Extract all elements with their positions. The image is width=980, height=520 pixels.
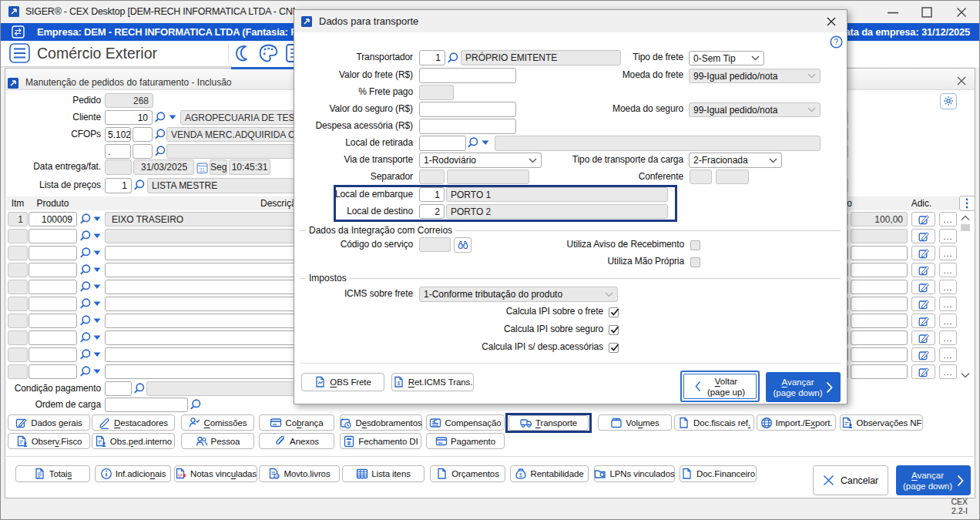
svg-text:@: @ (276, 475, 280, 478)
svg-text:$: $ (397, 381, 400, 386)
svg-text:NF-E: NF-E (178, 474, 186, 478)
svg-text:?: ? (834, 38, 839, 46)
svg-text:$: $ (519, 472, 522, 478)
